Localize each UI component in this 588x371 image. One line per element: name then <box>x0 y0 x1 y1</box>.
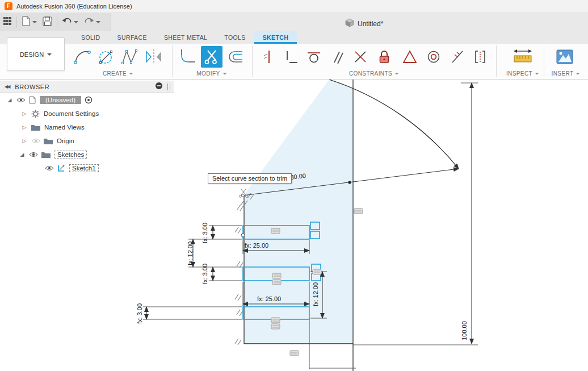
tab-sheet-metal[interactable]: SHEET METAL <box>156 31 216 44</box>
create-dropdown-caret-icon <box>129 73 133 74</box>
folder-icon <box>41 151 51 158</box>
activate-radio-icon[interactable] <box>85 96 93 104</box>
tree-label-sketches[interactable]: Sketches <box>54 151 87 159</box>
symmetry-constraint-button[interactable] <box>446 46 469 68</box>
concentric-constraint-icon <box>426 49 442 65</box>
ribbon-tab-bar: SOLID SURFACE SHEET METAL TOOLS SKETCH <box>73 31 297 44</box>
redo-icon <box>84 16 94 28</box>
file-menu-button[interactable] <box>19 15 40 30</box>
dim-gap1: fx: 12.00 <box>187 241 194 265</box>
undo-button[interactable] <box>59 15 81 30</box>
tree-label-named-views[interactable]: Named Views <box>44 124 85 131</box>
expander-closed-icon[interactable]: ▷ <box>20 138 28 144</box>
visibility-eye-icon[interactable] <box>45 165 54 172</box>
insert-image-icon <box>555 47 575 67</box>
toolbar-divider <box>16 16 17 28</box>
tangent-constraint-icon <box>305 49 321 65</box>
expander-closed-icon[interactable]: ▷ <box>20 111 28 116</box>
equal-constraint-button[interactable] <box>398 46 421 68</box>
gear-icon <box>31 110 40 118</box>
dimension-100[interactable]: 100.00 <box>353 83 478 345</box>
redo-button[interactable] <box>81 15 103 30</box>
app-grid-button[interactable] <box>0 15 15 30</box>
modify-group-label[interactable]: MODIFY <box>177 69 246 78</box>
undo-icon <box>62 16 72 28</box>
title-bar: F Autodesk Fusion 360 (Education License… <box>0 0 588 13</box>
horizontal-vertical-constraint-icon <box>283 49 299 65</box>
inspect-group-label[interactable]: INSPECT <box>502 69 544 78</box>
fix-constraint-button[interactable] <box>373 46 396 68</box>
mirror-tool-icon <box>144 47 164 67</box>
create-group-label[interactable]: CREATE <box>72 69 165 78</box>
curvature-constraint-button[interactable] <box>469 46 492 68</box>
trim-tooltip: Select curve section to trim <box>208 173 292 184</box>
fillet-tool-button[interactable] <box>177 46 199 68</box>
measure-tool-button[interactable] <box>512 46 534 68</box>
browser-collapse-icon[interactable]: ◀◀ <box>5 84 9 89</box>
root-document-label[interactable]: (Unsaved) <box>40 96 81 104</box>
offset-tool-button[interactable] <box>225 46 246 68</box>
workspace-caret-icon <box>47 53 52 56</box>
panel-resize-grip[interactable] <box>167 84 170 90</box>
fusion-app-icon: F <box>5 2 12 10</box>
file-icon <box>22 16 31 28</box>
visibility-eye-icon[interactable] <box>16 97 26 103</box>
tab-solid[interactable]: SOLID <box>73 31 109 44</box>
insert-image-tool-button[interactable] <box>554 46 576 68</box>
tree-label-origin[interactable]: Origin <box>57 137 74 144</box>
browser-title: BROWSER <box>15 84 49 90</box>
dim-slot3-height: fx: 3.00 <box>136 303 143 324</box>
save-button[interactable] <box>40 15 55 30</box>
equal-constraint-icon <box>402 49 418 65</box>
browser-hide-icon[interactable] <box>155 82 163 92</box>
workspace-selector-button[interactable]: DESIGN <box>7 37 65 71</box>
ribbon-separator <box>172 45 173 77</box>
browser-row-root[interactable]: ◢ (Unsaved) <box>0 93 174 107</box>
browser-row-sketches[interactable]: ◢ Sketches <box>0 148 174 161</box>
tree-label-document-settings[interactable]: Document Settings <box>44 110 99 117</box>
concentric-constraint-button[interactable] <box>422 46 445 68</box>
browser-row-named-views[interactable]: ▷ Named Views <box>0 120 174 134</box>
coincident-constraint-icon <box>260 49 276 65</box>
visibility-eye-icon[interactable] <box>29 151 38 158</box>
sketch-point[interactable] <box>241 234 245 237</box>
horizontal-vertical-constraint-button[interactable] <box>279 46 302 68</box>
dim-100-label[interactable]: 100.00 <box>461 321 468 340</box>
tree-label-sketch1[interactable]: Sketch1 <box>69 164 99 172</box>
coincident-constraint-button[interactable] <box>257 46 279 68</box>
sketch-mirror-tool-button[interactable] <box>143 46 165 68</box>
expander-closed-icon[interactable]: ▷ <box>20 124 28 130</box>
parallel-constraint-button[interactable] <box>326 46 349 68</box>
sketch-circle-tool-button[interactable] <box>95 46 117 68</box>
expander-open-icon[interactable]: ◢ <box>6 97 14 103</box>
circle-tool-icon <box>96 47 116 67</box>
sketch-arc-tool-button[interactable] <box>72 46 93 68</box>
dim-slot2-width: fx: 25.00 <box>257 295 281 302</box>
tab-tools[interactable]: TOOLS <box>216 31 254 44</box>
document-icon <box>29 96 36 104</box>
expander-open-icon[interactable]: ◢ <box>18 152 26 157</box>
tab-surface[interactable]: SURFACE <box>109 31 156 44</box>
sketch-spline-tool-button[interactable] <box>119 46 141 68</box>
document-tab-label: Untitled* <box>358 20 383 28</box>
perpendicular-constraint-button[interactable] <box>349 46 372 68</box>
tab-sketch[interactable]: SKETCH <box>254 31 297 44</box>
browser-row-document-settings[interactable]: ▷ Document Settings <box>0 107 174 120</box>
browser-row-origin[interactable]: ▷ Origin <box>0 134 174 148</box>
inspect-dropdown-caret-icon <box>535 73 539 74</box>
quick-access-toolbar <box>0 13 103 31</box>
tangent-constraint-button[interactable] <box>302 46 325 68</box>
arc-tool-icon <box>72 47 93 67</box>
insert-group-label[interactable]: INSERT <box>546 69 586 78</box>
document-tab[interactable]: Untitled* <box>345 18 383 30</box>
symmetry-constraint-icon <box>450 49 465 65</box>
browser-row-sketch1[interactable]: Sketch1 <box>0 161 174 175</box>
visibility-eye-off-icon[interactable] <box>31 137 40 144</box>
undo-caret-icon <box>74 21 78 23</box>
toolbar-divider <box>57 16 57 28</box>
constraints-group-label[interactable]: CONSTRAINTS <box>257 69 492 78</box>
trim-tool-button[interactable] <box>201 46 222 68</box>
sketch-icon <box>57 164 65 172</box>
ribbon-separator <box>544 45 544 77</box>
fix-lock-icon <box>376 49 392 65</box>
